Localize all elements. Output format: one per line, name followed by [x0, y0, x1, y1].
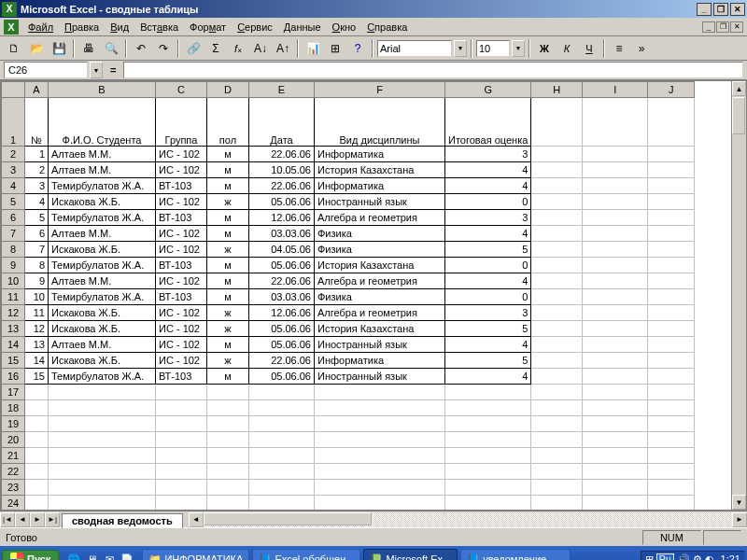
- cell[interactable]: ж: [207, 321, 249, 337]
- row-header[interactable]: 6: [2, 210, 25, 226]
- cell[interactable]: м: [207, 210, 249, 226]
- cell[interactable]: м: [207, 147, 249, 162]
- cell[interactable]: 4: [445, 162, 531, 178]
- cell[interactable]: 5: [445, 242, 531, 258]
- cell[interactable]: История Казахстана: [315, 321, 445, 337]
- help-button[interactable]: ?: [347, 38, 368, 59]
- row-header[interactable]: 21: [2, 448, 25, 464]
- formula-input[interactable]: [123, 62, 743, 78]
- cell[interactable]: 9: [25, 273, 49, 289]
- pivot-button[interactable]: ⊞: [325, 38, 345, 59]
- scroll-down-button[interactable]: ▼: [732, 495, 746, 510]
- col-header-E[interactable]: E: [249, 82, 315, 98]
- cell[interactable]: 04.05.06: [249, 242, 315, 258]
- scroll-left-button[interactable]: ◄: [189, 512, 204, 527]
- menu-view[interactable]: Вид: [105, 20, 134, 35]
- menu-file[interactable]: Файл: [22, 20, 59, 35]
- save-button[interactable]: 💾: [49, 38, 69, 59]
- cell[interactable]: Искакова Ж.Б.: [49, 194, 156, 210]
- language-indicator[interactable]: Ru: [656, 553, 674, 561]
- cell[interactable]: 22.06.06: [249, 353, 315, 369]
- redo-button[interactable]: ↷: [153, 38, 174, 59]
- chart-button[interactable]: 📊: [303, 38, 323, 59]
- spreadsheet-grid[interactable]: ABCDEFGHIJ 1№Ф.И.О. СтудентаГруппаполДат…: [1, 81, 695, 510]
- cell[interactable]: 05.06.06: [249, 258, 315, 273]
- cell[interactable]: ВТ-103: [156, 210, 207, 226]
- cell[interactable]: 22.06.06: [249, 273, 315, 289]
- cell[interactable]: 12.06.06: [249, 305, 315, 321]
- cell[interactable]: 05.06.06: [249, 194, 315, 210]
- align-button[interactable]: ≡: [609, 38, 629, 59]
- row-header[interactable]: 5: [2, 194, 25, 210]
- row-header[interactable]: 10: [2, 273, 25, 289]
- cell[interactable]: 8: [25, 258, 49, 273]
- doc-minimize-button[interactable]: _: [702, 21, 715, 33]
- col-header-F[interactable]: F: [315, 82, 445, 98]
- row-header[interactable]: 1: [2, 98, 25, 147]
- cell[interactable]: 05.06.06: [249, 337, 315, 353]
- scroll-right-button[interactable]: ►: [732, 512, 747, 527]
- cell[interactable]: Физика: [315, 289, 445, 305]
- sheet-tab-active[interactable]: сводная ведомость: [62, 513, 183, 528]
- cell[interactable]: м: [207, 178, 249, 194]
- cell[interactable]: 4: [445, 178, 531, 194]
- col-header-A[interactable]: A: [25, 82, 49, 98]
- cell[interactable]: м: [207, 289, 249, 305]
- horizontal-scrollbar[interactable]: ◄ ►: [189, 512, 747, 527]
- row-header[interactable]: 16: [2, 369, 25, 385]
- row-header[interactable]: 11: [2, 289, 25, 305]
- cell[interactable]: Темирбулатов Ж.А.: [49, 369, 156, 385]
- tray-app2-icon[interactable]: ◐: [705, 553, 714, 561]
- italic-button[interactable]: К: [557, 38, 577, 59]
- row-header[interactable]: 23: [2, 480, 25, 496]
- tab-last-button[interactable]: ►|: [45, 512, 60, 527]
- start-button[interactable]: Пуск: [2, 550, 59, 560]
- row-header[interactable]: 7: [2, 226, 25, 242]
- cell[interactable]: м: [207, 162, 249, 178]
- cell[interactable]: 03.03.06: [249, 226, 315, 242]
- cell[interactable]: 15: [25, 369, 49, 385]
- cell[interactable]: 6: [25, 226, 49, 242]
- cell[interactable]: ИС - 102: [156, 162, 207, 178]
- cell[interactable]: ж: [207, 194, 249, 210]
- cell[interactable]: 14: [25, 353, 49, 369]
- autosum-button[interactable]: Σ: [205, 38, 226, 59]
- task-folder[interactable]: 📁 ИНФОРМАТИКА: [142, 549, 249, 560]
- header-cell[interactable]: Итоговая оценка: [445, 98, 531, 147]
- cell[interactable]: Темирбулатов Ж.А.: [49, 258, 156, 273]
- tab-prev-button[interactable]: ◄: [15, 512, 30, 527]
- cell[interactable]: Информатика: [315, 147, 445, 162]
- cell[interactable]: ИС - 102: [156, 226, 207, 242]
- cell[interactable]: Темирбулатов Ж.А.: [49, 178, 156, 194]
- cell[interactable]: 4: [445, 273, 531, 289]
- row-header[interactable]: 9: [2, 258, 25, 273]
- cell[interactable]: ВТ-103: [156, 369, 207, 385]
- cell[interactable]: м: [207, 369, 249, 385]
- cell[interactable]: Алтаев М.М.: [49, 337, 156, 353]
- cell[interactable]: ж: [207, 353, 249, 369]
- minimize-button[interactable]: _: [697, 3, 712, 16]
- cell[interactable]: Иностранный язык: [315, 369, 445, 385]
- menu-format[interactable]: Формат: [184, 20, 232, 35]
- cell[interactable]: 13: [25, 337, 49, 353]
- cell[interactable]: ИС - 102: [156, 147, 207, 162]
- cell[interactable]: м: [207, 273, 249, 289]
- doc-close-button[interactable]: ✕: [730, 21, 743, 33]
- cell[interactable]: ж: [207, 242, 249, 258]
- tab-first-button[interactable]: |◄: [0, 512, 15, 527]
- ql-desktop-icon[interactable]: 🖥: [83, 551, 100, 560]
- hyperlink-button[interactable]: 🔗: [183, 38, 204, 59]
- cell[interactable]: м: [207, 258, 249, 273]
- underline-button[interactable]: Ч: [579, 38, 599, 59]
- cell[interactable]: Информатика: [315, 353, 445, 369]
- cell[interactable]: 3: [445, 210, 531, 226]
- more-button[interactable]: »: [631, 38, 652, 59]
- cell[interactable]: Темирбулатов Ж.А.: [49, 289, 156, 305]
- cell[interactable]: 10.05.06: [249, 162, 315, 178]
- col-header-H[interactable]: H: [531, 82, 583, 98]
- cell[interactable]: 10: [25, 289, 49, 305]
- cell[interactable]: ИС - 102: [156, 194, 207, 210]
- vscroll-thumb[interactable]: [732, 97, 745, 134]
- undo-button[interactable]: ↶: [131, 38, 151, 59]
- row-header[interactable]: 8: [2, 242, 25, 258]
